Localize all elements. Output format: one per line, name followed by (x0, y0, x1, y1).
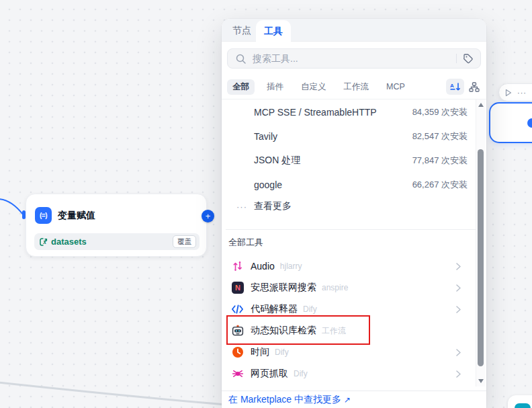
clock-tool-icon (232, 346, 244, 358)
robot-tool-icon (232, 325, 244, 337)
variable-assigner-icon: (=) (35, 207, 52, 224)
filter-mcp[interactable]: MCP (381, 80, 410, 93)
install-count: 77,847 次安装 (412, 155, 468, 167)
tool-author: hjlarry (280, 261, 302, 271)
tool-row-code-interpreter[interactable]: 代码解释器 Dify (222, 298, 477, 320)
svg-text:N: N (235, 284, 240, 292)
tool-row-google[interactable]: google 66,267 次安装 (222, 173, 477, 197)
tool-name: JSON 处理 (254, 155, 300, 167)
view-more-label: 查看更多 (254, 200, 292, 212)
chevron-right-icon (456, 284, 461, 292)
tool-name: google (254, 179, 282, 190)
tool-row-mcp-sse[interactable]: MCP SSE / StreamableHTTP 84,359 次安装 (222, 100, 477, 124)
install-count: 84,359 次安装 (412, 106, 468, 118)
tool-author: 工作流 (322, 325, 346, 337)
audio-tool-icon (232, 260, 244, 272)
node-corner-icon (515, 403, 531, 408)
node-corner-partial[interactable] (508, 395, 532, 408)
add-next-node-button[interactable]: + (202, 210, 214, 222)
search-divider (456, 54, 457, 63)
assigned-variable-row[interactable]: x datasets 覆盖 (34, 233, 200, 250)
tool-row-dynamic-knowledge-retrieval[interactable]: 动态知识库检索 工作流 (222, 320, 477, 341)
chevron-right-icon (456, 263, 461, 270)
tool-row-json[interactable]: JSON 处理 77,847 次安装 (222, 149, 477, 173)
chevron-right-icon (456, 349, 461, 356)
edge-blue (0, 199, 23, 214)
workflow-canvas[interactable]: { "canvas": { "assigner_node": { "icon_g… (0, 0, 532, 408)
popular-tools-list: MCP SSE / StreamableHTTP 84,359 次安装 Tavi… (222, 100, 477, 216)
search-input[interactable] (251, 52, 450, 65)
sort-az-icon: A (450, 82, 461, 91)
filter-all[interactable]: 全部 (227, 79, 255, 95)
tool-row-audio[interactable]: Audio hjlarry (222, 255, 477, 277)
ellipsis-icon: ··· (236, 202, 247, 212)
tool-name: 网页抓取 (251, 368, 288, 380)
plus-icon: + (206, 212, 211, 220)
tool-name: 动态知识库检索 (251, 325, 316, 337)
node-handle-dot[interactable] (527, 118, 532, 128)
filter-custom[interactable]: 自定义 (296, 79, 332, 95)
tab-tools[interactable]: 工具 (256, 20, 291, 42)
node-floating-toolbar[interactable]: ··· (498, 83, 532, 101)
marketplace-link[interactable]: 在 Marketplace 中查找更多 (228, 394, 341, 406)
panel-tab-bar: 节点 工具 (222, 19, 486, 42)
scrollbar-thumb[interactable] (478, 149, 484, 366)
divider (226, 229, 477, 230)
tools-panel: 节点 工具 全部 插件 自定义 工作流 MCP A (222, 19, 486, 408)
panel-scrollbar[interactable] (476, 99, 485, 386)
external-link-icon: ↗ (344, 395, 351, 405)
tool-name: MCP SSE / StreamableHTTP (254, 107, 377, 118)
divider (222, 99, 486, 99)
view-more-button[interactable]: ··· 查看更多 (222, 197, 477, 216)
play-icon[interactable] (505, 89, 512, 97)
spider-tool-icon (232, 368, 244, 380)
tool-row-anspire[interactable]: N 安思派联网搜索 anspire (222, 277, 477, 298)
node-variable-assigner[interactable]: (=) 变量赋值 + x datasets 覆盖 (26, 194, 207, 257)
tool-name: Tavily (254, 131, 277, 142)
group-view-button[interactable] (466, 79, 482, 95)
tool-row-time[interactable]: 时间 Dify (222, 341, 477, 363)
node-header: (=) 变量赋值 (35, 207, 95, 224)
install-count: 66,267 次安装 (412, 179, 468, 191)
variable-icon: x (39, 237, 48, 247)
tool-name: Audio (251, 261, 275, 272)
tool-author: Dify (294, 369, 308, 378)
all-tools-list: Audio hjlarry N 安思 (222, 255, 477, 384)
node-title: 变量赋值 (58, 210, 95, 222)
tag-filter-icon[interactable] (463, 53, 474, 64)
chevron-right-icon (456, 306, 461, 313)
tool-row-web-scraper[interactable]: 网页抓取 Dify (222, 363, 477, 384)
search-icon (236, 54, 246, 64)
filter-plugin[interactable]: 插件 (261, 79, 289, 95)
edge-gray (0, 382, 226, 405)
tool-author: Dify (275, 348, 289, 357)
tree-view-icon (469, 82, 480, 92)
scroll-down-arrow-icon[interactable] (478, 379, 484, 383)
svg-text:A: A (450, 83, 454, 89)
filter-bar: 全部 插件 自定义 工作流 MCP A (227, 79, 482, 95)
anspire-tool-icon: N (232, 282, 244, 294)
tool-row-tavily[interactable]: Tavily 82,547 次安装 (222, 124, 477, 149)
sort-button[interactable]: A (446, 79, 464, 95)
more-icon[interactable]: ··· (517, 89, 527, 97)
tool-search-box[interactable] (227, 48, 481, 69)
filter-workflow[interactable]: 工作流 (339, 79, 375, 95)
tool-name: 安思派联网搜索 (251, 282, 316, 294)
variable-name: datasets (51, 237, 87, 247)
tool-author: Dify (303, 304, 317, 314)
tool-author: anspire (322, 283, 348, 292)
code-tool-icon (231, 304, 244, 314)
section-title-all-tools: 全部工具 (228, 237, 263, 249)
tab-nodes[interactable]: 节点 (232, 19, 251, 42)
install-count: 82,547 次安装 (412, 130, 468, 142)
panel-footer: 在 Marketplace 中查找更多 ↗ (228, 391, 351, 408)
tool-name: 时间 (251, 346, 269, 358)
chevron-right-icon (456, 370, 461, 378)
tool-name: 代码解释器 (251, 303, 298, 315)
scroll-up-arrow-icon[interactable] (478, 103, 484, 107)
write-mode-badge: 覆盖 (173, 235, 196, 248)
node-selected-partial[interactable] (489, 102, 532, 143)
